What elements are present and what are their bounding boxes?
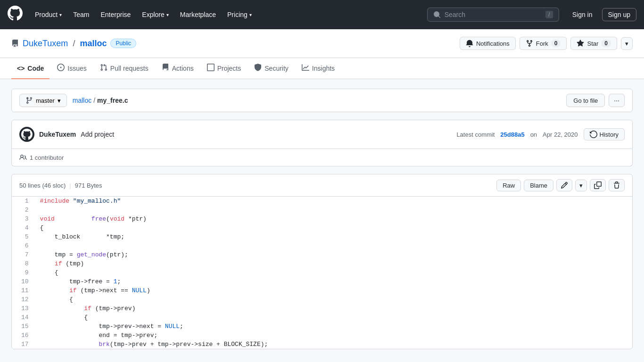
line-number[interactable]: 8 [12,259,36,268]
insights-icon [302,64,309,73]
fork-label: Fork [536,40,548,47]
line-number[interactable]: 13 [12,304,36,313]
search-slash-icon: / [545,11,553,18]
branch-name: master [36,97,55,104]
nav-product[interactable]: Product ▾ [30,7,66,22]
star-button[interactable]: Star 0 [570,37,617,50]
github-logo[interactable] [8,6,23,24]
line-number[interactable]: 3 [12,214,36,223]
delete-button[interactable] [609,179,625,191]
line-number[interactable]: 12 [12,295,36,304]
table-row: 15 tmp->prev->next = NULL; [12,322,632,331]
nav-enterprise[interactable]: Enterprise [96,7,135,22]
contributor-text: 1 contributor [30,154,64,161]
repo-action-more-button[interactable]: ▾ [621,37,633,50]
signup-button[interactable]: Sign up [602,8,636,21]
copy-raw-button[interactable] [590,179,606,191]
line-code: tmp->free = 1; [36,277,632,286]
repo-owner[interactable]: DukeTuxem [23,39,68,49]
line-number[interactable]: 7 [12,250,36,259]
line-code: brk(tmp->prev + tmp->prev->size + BLOCK_… [36,340,632,349]
line-number[interactable]: 10 [12,277,36,286]
tab-code[interactable]: <> Code [11,58,50,79]
nav-product-label: Product [35,11,58,18]
repo-name[interactable]: malloc [80,39,107,49]
line-number[interactable]: 16 [12,331,36,340]
tab-code-label: Code [27,65,44,72]
file-navigation: master ▾ malloc / my_free.c Go to file ·… [11,89,633,112]
tab-projects[interactable]: Projects [201,58,247,79]
commit-hash[interactable]: 25d88a5 [500,131,524,138]
tab-pull-requests[interactable]: Pull requests [94,58,154,79]
table-row: 12 { [12,295,632,304]
top-navigation: Product ▾ Team Enterprise Explore ▾ Mark… [0,0,644,29]
nav-team[interactable]: Team [68,7,94,22]
line-code: { [36,313,632,322]
search-input[interactable] [445,11,542,18]
commit-author[interactable]: DukeTuxem [39,131,76,138]
fork-count: 0 [551,40,561,47]
line-code: void free(void *ptr) [36,214,632,223]
commit-prefix: Latest commit [456,131,495,138]
nav-product-caret: ▾ [59,12,62,17]
search-bar[interactable]: / [427,8,559,22]
nav-pricing[interactable]: Pricing ▾ [223,7,256,22]
repo-title: DukeTuxem / malloc Public [11,39,136,49]
signin-button[interactable]: Sign in [567,8,598,21]
line-number[interactable]: 5 [12,232,36,241]
line-number[interactable]: 2 [12,206,36,214]
table-row: 6 [12,241,632,250]
line-number[interactable]: 4 [12,223,36,232]
table-row: 7 tmp = get_node(ptr); [12,250,632,259]
tab-insights[interactable]: Insights [296,58,340,79]
history-button[interactable]: History [584,128,625,140]
repo-header: DukeTuxem / malloc Public Notifications … [0,29,644,58]
table-row: 8 if (tmp) [12,259,632,268]
issues-icon [57,64,65,73]
code-icon: <> [17,65,25,72]
raw-button[interactable]: Raw [496,180,521,191]
line-number[interactable]: 15 [12,322,36,331]
line-code: { [36,295,632,304]
go-to-file-button[interactable]: Go to file [566,94,605,107]
line-code: if (tmp) [36,259,632,268]
line-number[interactable]: 11 [12,286,36,295]
file-path-filename: my_free.c [97,97,128,104]
table-row: 9 { [12,268,632,277]
nav-marketplace-label: Marketplace [180,11,216,18]
repo-visibility-badge: Public [110,39,136,48]
edit-dropdown-button[interactable]: ▾ [575,180,587,191]
table-row: 1 #include "my_malloc.h" [12,197,632,206]
nav-marketplace[interactable]: Marketplace [175,7,221,22]
nav-items: Product ▾ Team Enterprise Explore ▾ Mark… [30,7,420,22]
fork-button[interactable]: Fork 0 [520,37,567,50]
file-toolbar: Raw Blame ▾ [496,179,625,191]
notifications-button[interactable]: Notifications [460,37,516,50]
table-row: 13 if (tmp->prev) [12,304,632,313]
file-lines: 50 lines (46 sloc) [19,182,66,189]
file-header: 50 lines (46 sloc) | 971 Bytes Raw Blame… [12,174,632,197]
file-path: malloc / my_free.c [73,97,128,104]
tab-actions[interactable]: Actions [156,58,199,79]
nav-explore[interactable]: Explore ▾ [137,7,173,22]
branch-selector[interactable]: master ▾ [19,94,67,107]
file-more-button[interactable]: ··· [609,94,625,107]
line-number[interactable]: 14 [12,313,36,322]
file-path-dir[interactable]: malloc [73,97,91,104]
blame-button[interactable]: Blame [524,180,553,191]
line-code [36,206,632,214]
file-nav-actions: Go to file ··· [566,94,625,107]
tab-security[interactable]: Security [248,58,294,79]
pull-request-icon [100,64,107,73]
nav-pricing-label: Pricing [227,11,248,18]
line-number[interactable]: 17 [12,340,36,349]
tab-issues[interactable]: Issues [51,58,92,79]
tab-insights-label: Insights [312,65,335,72]
line-number[interactable]: 9 [12,268,36,277]
line-number[interactable]: 1 [12,197,36,206]
fork-icon [526,40,533,47]
nav-explore-caret: ▾ [166,12,169,17]
file-path-separator: / [93,97,95,104]
edit-button[interactable] [556,179,572,191]
line-number[interactable]: 6 [12,241,36,250]
